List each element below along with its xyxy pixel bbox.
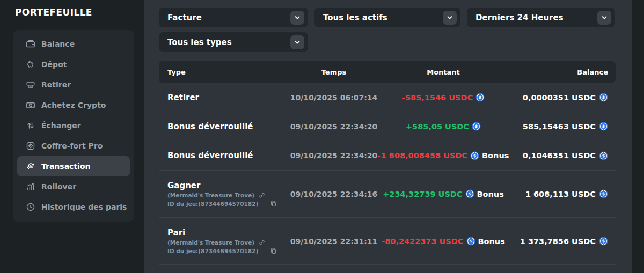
tx-type: Retirer — [159, 93, 283, 102]
sidebar-item-achetez-crypto[interactable]: Achetez Crypto — [17, 95, 130, 115]
tx-amount: +234,32739 USDC — [383, 190, 462, 198]
tx-amount: -1 608,008458 USDC — [378, 151, 467, 160]
sidebar-item-label: Échanger — [41, 121, 81, 130]
header-balance: Balance — [502, 68, 616, 76]
table-row: Gagner (Mermaid's Treasure Trove) ID du … — [159, 171, 616, 218]
tx-type: Gagner — [167, 181, 200, 190]
tx-time: 10/10/2025 06:07:14 — [283, 93, 384, 102]
sidebar-item-historique-des-paris[interactable]: Historique des paris — [17, 197, 130, 217]
header-type: Type — [159, 68, 283, 76]
usdc-coin-icon — [599, 93, 608, 102]
sidebar-item-label: Balance — [41, 40, 75, 48]
tx-balance: 0,0000351 USDC — [523, 93, 596, 102]
usdc-coin-icon — [466, 237, 475, 246]
sidebar-item-rollover[interactable]: Rollover — [17, 176, 130, 197]
period-dropdown[interactable]: Derniers 24 Heures — [467, 8, 615, 27]
tx-amount: -585,1546 USDC — [402, 93, 473, 102]
assets-dropdown[interactable]: Tous les actifs — [314, 8, 460, 27]
sidebar-item-label: Dêpot — [41, 60, 67, 69]
types-dropdown[interactable]: Tous les types — [159, 32, 308, 52]
types-dropdown-value: Tous les types — [167, 38, 232, 47]
table-row: Bonus déverrouillé 09/10/2025 22:34:20 -… — [159, 141, 616, 171]
usdc-coin-icon — [599, 237, 608, 246]
page-title: PORTEFEUILLE — [15, 7, 92, 18]
buy-crypto-icon — [26, 100, 35, 110]
sidebar-item-label: Historique des paris — [41, 203, 127, 211]
history-icon — [26, 202, 35, 212]
sidebar-item-label: Retirer — [41, 80, 71, 89]
tx-balance: 0,1046351 USDC — [523, 151, 596, 160]
chevron-down-icon[interactable] — [290, 35, 304, 49]
copy-icon[interactable] — [270, 200, 277, 207]
tx-amount: +585,05 USDC — [406, 122, 469, 131]
sidebar-item-label: Achetez Crypto — [41, 101, 106, 109]
tx-time: 09/10/2025 22:34:20 — [283, 151, 384, 160]
bonus-tag: Bonus — [478, 237, 505, 246]
usdc-coin-icon — [599, 189, 608, 198]
tx-game-id: ID du jeu:(87344694570182) — [167, 248, 258, 254]
rollover-icon — [26, 182, 35, 191]
withdraw-icon — [26, 80, 35, 90]
sidebar-item-balance[interactable]: Balance — [17, 34, 130, 54]
vault-icon — [26, 141, 35, 151]
swap-icon — [26, 121, 35, 130]
usdc-coin-icon — [599, 122, 608, 131]
wallet-page: PORTEFEUILLE Balance Dêpot Retirer Achet… — [0, 0, 644, 273]
copy-icon[interactable] — [270, 247, 277, 254]
tx-game-name: (Mermaid's Treasure Trove) — [167, 192, 254, 198]
sidebar-item-echanger[interactable]: Échanger — [17, 115, 130, 136]
tx-type: Pari — [167, 228, 185, 238]
bonus-tag: Bonus — [477, 190, 504, 198]
table-row: Pari (Mermaid's Treasure Trove) ID du je… — [159, 218, 616, 265]
facture-dropdown[interactable]: Facture — [159, 8, 308, 27]
chevron-down-icon[interactable] — [290, 11, 304, 25]
tx-balance: 585,15463 USDC — [523, 122, 596, 131]
header-amount: Montant — [384, 68, 502, 76]
transactions-table: Type Temps Montant Balance Retirer 10/10… — [159, 61, 616, 265]
chevron-down-icon[interactable] — [443, 11, 457, 25]
tx-game-id: ID du jeu:(87344694570182) — [167, 201, 258, 207]
tx-balance: 1 608,113 USDC — [525, 190, 596, 198]
sidebar-item-retirer[interactable]: Retirer — [17, 75, 130, 95]
table-header: Type Temps Montant Balance — [159, 61, 616, 83]
usdc-coin-icon — [472, 122, 481, 131]
tx-game-name: (Mermaid's Treasure Trove) — [167, 239, 254, 246]
usdc-coin-icon — [465, 189, 474, 198]
sidebar-item-label: Coffre-fort Pro — [41, 142, 103, 150]
wallet-icon — [26, 39, 35, 49]
svg-text:$: $ — [30, 164, 32, 167]
usdc-coin-icon — [470, 151, 479, 160]
link-icon[interactable] — [259, 239, 265, 246]
tx-type: Bonus déverrouillé — [159, 151, 283, 160]
facture-dropdown-value: Facture — [167, 13, 202, 23]
period-dropdown-value: Derniers 24 Heures — [475, 13, 564, 23]
sidebar-item-label: Transaction — [41, 162, 91, 171]
sidebar-item-coffre-fort-pro[interactable]: Coffre-fort Pro — [17, 136, 130, 156]
assets-dropdown-value: Tous les actifs — [323, 13, 387, 23]
tx-time: 09/10/2025 22:34:20 — [283, 122, 384, 131]
sidebar-item-transaction[interactable]: $ Transaction — [17, 156, 130, 176]
table-row: Retirer 10/10/2025 06:07:14 -585,1546 US… — [159, 83, 616, 112]
sidebar-item-depot[interactable]: Dêpot — [17, 54, 130, 75]
table-row: Bonus déverrouillé 09/10/2025 22:34:20 +… — [159, 112, 616, 141]
sidebar-item-label: Rollover — [41, 182, 76, 191]
sidebar-nav: Balance Dêpot Retirer Achetez Crypto Éch… — [13, 30, 134, 222]
transaction-panel: Facture Tous les actifs Derniers 24 Heur… — [144, 0, 632, 273]
chevron-down-icon[interactable] — [597, 11, 611, 25]
tx-balance: 1 373,7856 USDC — [520, 237, 596, 246]
transaction-icon: $ — [26, 161, 35, 171]
tx-time: 09/10/2025 22:34:16 — [283, 190, 384, 198]
link-icon[interactable] — [259, 192, 265, 198]
tx-type: Bonus déverrouillé — [159, 122, 283, 131]
header-time: Temps — [283, 68, 384, 76]
tx-time: 09/10/2025 22:31:11 — [283, 237, 384, 246]
usdc-coin-icon — [599, 151, 608, 160]
piggy-bank-icon — [26, 60, 35, 69]
tx-amount: -80,2422373 USDC — [382, 237, 463, 246]
usdc-coin-icon — [475, 93, 485, 102]
